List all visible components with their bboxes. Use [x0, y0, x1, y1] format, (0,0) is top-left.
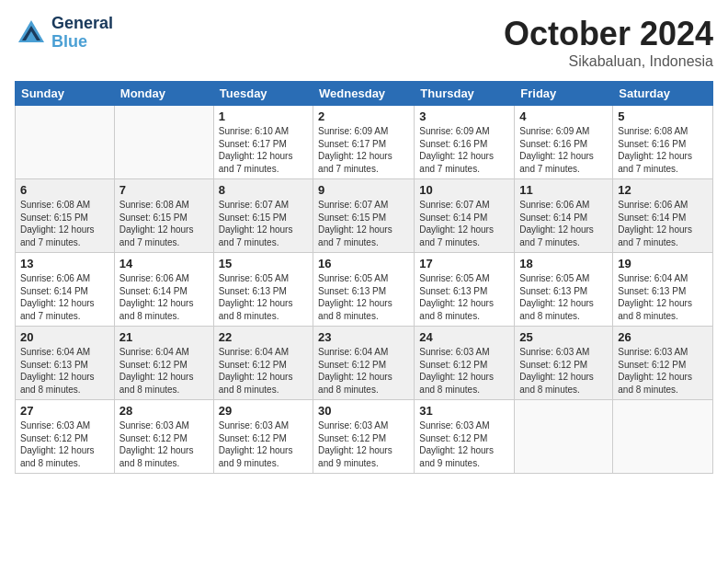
- day-info: Sunrise: 6:05 AM Sunset: 6:13 PM Dayligh…: [519, 272, 608, 322]
- day-number: 25: [519, 330, 608, 344]
- logo-name: General Blue: [51, 15, 113, 52]
- day-number: 15: [219, 257, 308, 270]
- table-row: 10Sunrise: 6:07 AM Sunset: 6:14 PM Dayli…: [415, 179, 515, 253]
- day-info: Sunrise: 6:04 AM Sunset: 6:13 PM Dayligh…: [20, 346, 109, 396]
- day-info: Sunrise: 6:03 AM Sunset: 6:12 PM Dayligh…: [519, 346, 608, 396]
- day-number: 6: [20, 183, 109, 197]
- calendar-week-row: 20Sunrise: 6:04 AM Sunset: 6:13 PM Dayli…: [16, 327, 713, 400]
- table-row: 2Sunrise: 6:09 AM Sunset: 6:17 PM Daylig…: [313, 106, 415, 179]
- table-row: 9Sunrise: 6:07 AM Sunset: 6:15 PM Daylig…: [313, 179, 415, 253]
- col-saturday: Saturday: [613, 82, 713, 106]
- day-info: Sunrise: 6:07 AM Sunset: 6:14 PM Dayligh…: [419, 199, 509, 248]
- logo: General Blue: [15, 15, 113, 52]
- day-number: 22: [219, 330, 308, 344]
- day-info: Sunrise: 6:08 AM Sunset: 6:15 PM Dayligh…: [119, 199, 209, 248]
- day-info: Sunrise: 6:06 AM Sunset: 6:14 PM Dayligh…: [519, 199, 608, 248]
- table-row: 5Sunrise: 6:08 AM Sunset: 6:16 PM Daylig…: [613, 106, 713, 179]
- table-row: 17Sunrise: 6:05 AM Sunset: 6:13 PM Dayli…: [415, 253, 515, 327]
- day-number: 3: [419, 109, 509, 123]
- table-row: 11Sunrise: 6:06 AM Sunset: 6:14 PM Dayli…: [515, 179, 613, 253]
- table-row: [16, 106, 115, 179]
- day-number: 13: [20, 257, 109, 270]
- day-number: 19: [618, 257, 708, 270]
- col-sunday: Sunday: [16, 82, 115, 106]
- day-info: Sunrise: 6:09 AM Sunset: 6:16 PM Dayligh…: [419, 125, 509, 175]
- table-row: 12Sunrise: 6:06 AM Sunset: 6:14 PM Dayli…: [613, 179, 713, 253]
- table-row: [613, 400, 713, 474]
- day-number: 1: [219, 109, 308, 123]
- table-row: 1Sunrise: 6:10 AM Sunset: 6:17 PM Daylig…: [213, 106, 313, 179]
- day-info: Sunrise: 6:03 AM Sunset: 6:12 PM Dayligh…: [20, 419, 109, 469]
- table-row: 29Sunrise: 6:03 AM Sunset: 6:12 PM Dayli…: [213, 400, 313, 474]
- day-number: 2: [318, 109, 409, 123]
- day-info: Sunrise: 6:05 AM Sunset: 6:13 PM Dayligh…: [419, 272, 509, 322]
- table-row: 15Sunrise: 6:05 AM Sunset: 6:13 PM Dayli…: [213, 253, 313, 327]
- day-info: Sunrise: 6:05 AM Sunset: 6:13 PM Dayligh…: [318, 272, 409, 322]
- calendar-week-row: 13Sunrise: 6:06 AM Sunset: 6:14 PM Dayli…: [16, 253, 713, 327]
- table-row: 23Sunrise: 6:04 AM Sunset: 6:12 PM Dayli…: [313, 327, 415, 400]
- table-row: 31Sunrise: 6:03 AM Sunset: 6:12 PM Dayli…: [415, 400, 515, 474]
- day-info: Sunrise: 6:04 AM Sunset: 6:13 PM Dayligh…: [618, 272, 708, 322]
- day-number: 27: [20, 404, 109, 418]
- logo-general-text: General: [51, 15, 113, 33]
- calendar: Sunday Monday Tuesday Wednesday Thursday…: [15, 81, 713, 474]
- page: General Blue October 2024 Sikabaluan, In…: [0, 0, 728, 563]
- page-subtitle: Sikabaluan, Indonesia: [504, 53, 713, 70]
- day-info: Sunrise: 6:04 AM Sunset: 6:12 PM Dayligh…: [119, 346, 209, 396]
- table-row: 8Sunrise: 6:07 AM Sunset: 6:15 PM Daylig…: [213, 179, 313, 253]
- table-row: 26Sunrise: 6:03 AM Sunset: 6:12 PM Dayli…: [613, 327, 713, 400]
- table-row: 25Sunrise: 6:03 AM Sunset: 6:12 PM Dayli…: [515, 327, 613, 400]
- day-number: 10: [419, 183, 509, 197]
- day-info: Sunrise: 6:08 AM Sunset: 6:16 PM Dayligh…: [618, 125, 708, 175]
- day-number: 4: [519, 109, 608, 123]
- table-row: 30Sunrise: 6:03 AM Sunset: 6:12 PM Dayli…: [313, 400, 415, 474]
- logo-blue-text: Blue: [51, 33, 113, 52]
- day-info: Sunrise: 6:04 AM Sunset: 6:12 PM Dayligh…: [219, 346, 308, 396]
- title-block: October 2024 Sikabaluan, Indonesia: [504, 15, 713, 70]
- day-info: Sunrise: 6:03 AM Sunset: 6:12 PM Dayligh…: [419, 419, 509, 469]
- table-row: 19Sunrise: 6:04 AM Sunset: 6:13 PM Dayli…: [613, 253, 713, 327]
- table-row: 28Sunrise: 6:03 AM Sunset: 6:12 PM Dayli…: [114, 400, 213, 474]
- day-number: 20: [20, 330, 109, 344]
- day-info: Sunrise: 6:06 AM Sunset: 6:14 PM Dayligh…: [119, 272, 209, 322]
- calendar-header-row: Sunday Monday Tuesday Wednesday Thursday…: [16, 82, 713, 106]
- day-info: Sunrise: 6:03 AM Sunset: 6:12 PM Dayligh…: [618, 346, 708, 396]
- page-title: October 2024: [504, 15, 713, 53]
- day-info: Sunrise: 6:07 AM Sunset: 6:15 PM Dayligh…: [219, 199, 308, 248]
- day-number: 9: [318, 183, 409, 197]
- table-row: [515, 400, 613, 474]
- table-row: 3Sunrise: 6:09 AM Sunset: 6:16 PM Daylig…: [415, 106, 515, 179]
- day-number: 7: [119, 183, 209, 197]
- table-row: 27Sunrise: 6:03 AM Sunset: 6:12 PM Dayli…: [16, 400, 115, 474]
- day-info: Sunrise: 6:04 AM Sunset: 6:12 PM Dayligh…: [318, 346, 409, 396]
- calendar-week-row: 1Sunrise: 6:10 AM Sunset: 6:17 PM Daylig…: [16, 106, 713, 179]
- day-info: Sunrise: 6:08 AM Sunset: 6:15 PM Dayligh…: [20, 199, 109, 248]
- day-info: Sunrise: 6:05 AM Sunset: 6:13 PM Dayligh…: [219, 272, 308, 322]
- day-number: 8: [219, 183, 308, 197]
- header: General Blue October 2024 Sikabaluan, In…: [15, 15, 713, 70]
- day-number: 23: [318, 330, 409, 344]
- day-number: 14: [119, 257, 209, 270]
- day-number: 28: [119, 404, 209, 418]
- day-info: Sunrise: 6:03 AM Sunset: 6:12 PM Dayligh…: [419, 346, 509, 396]
- day-number: 16: [318, 257, 409, 270]
- table-row: 18Sunrise: 6:05 AM Sunset: 6:13 PM Dayli…: [515, 253, 613, 327]
- day-info: Sunrise: 6:09 AM Sunset: 6:17 PM Dayligh…: [318, 125, 409, 175]
- table-row: 13Sunrise: 6:06 AM Sunset: 6:14 PM Dayli…: [16, 253, 115, 327]
- calendar-week-row: 27Sunrise: 6:03 AM Sunset: 6:12 PM Dayli…: [16, 400, 713, 474]
- col-friday: Friday: [515, 82, 613, 106]
- day-info: Sunrise: 6:03 AM Sunset: 6:12 PM Dayligh…: [318, 419, 409, 469]
- day-number: 24: [419, 330, 509, 344]
- table-row: 24Sunrise: 6:03 AM Sunset: 6:12 PM Dayli…: [415, 327, 515, 400]
- day-info: Sunrise: 6:09 AM Sunset: 6:16 PM Dayligh…: [519, 125, 608, 175]
- table-row: 14Sunrise: 6:06 AM Sunset: 6:14 PM Dayli…: [114, 253, 213, 327]
- logo-icon: [15, 17, 48, 50]
- day-number: 17: [419, 257, 509, 270]
- day-number: 11: [519, 183, 608, 197]
- day-info: Sunrise: 6:06 AM Sunset: 6:14 PM Dayligh…: [20, 272, 109, 322]
- day-info: Sunrise: 6:10 AM Sunset: 6:17 PM Dayligh…: [219, 125, 308, 175]
- table-row: 7Sunrise: 6:08 AM Sunset: 6:15 PM Daylig…: [114, 179, 213, 253]
- day-info: Sunrise: 6:03 AM Sunset: 6:12 PM Dayligh…: [119, 419, 209, 469]
- day-number: 30: [318, 404, 409, 418]
- day-number: 12: [618, 183, 708, 197]
